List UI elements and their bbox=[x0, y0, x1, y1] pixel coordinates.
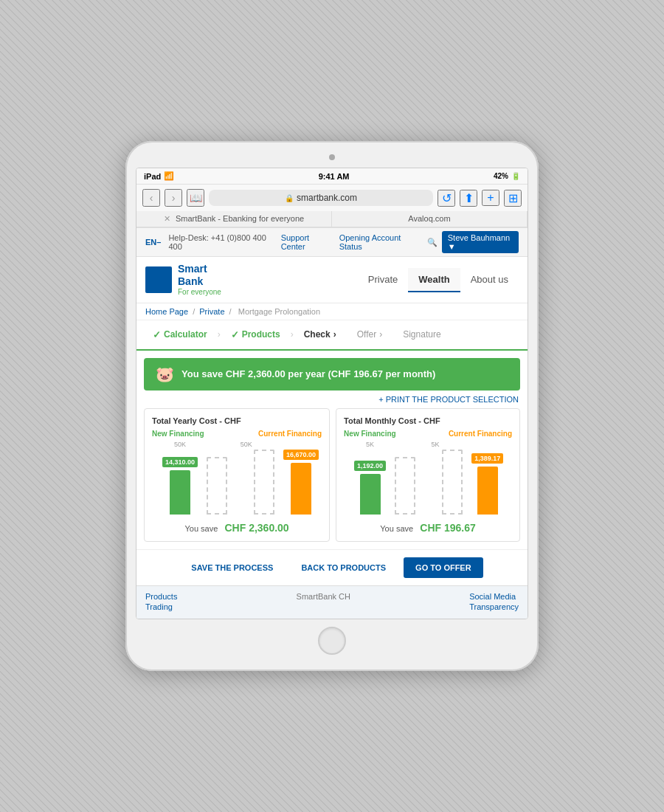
yearly-save-row: You save CHF 2,360.00 bbox=[152, 522, 322, 534]
user-menu[interactable]: Steve Bauhmann ▼ bbox=[442, 231, 519, 253]
step-label-signature: Signature bbox=[403, 329, 440, 340]
wizard-step-signature[interactable]: Signature bbox=[395, 326, 448, 343]
yearly-bar-new-outline bbox=[207, 457, 227, 515]
wizard-step-calculator[interactable]: ✓ Calculator bbox=[145, 326, 215, 343]
monthly-legend-current: Current Financing bbox=[449, 430, 512, 438]
yearly-ghost-new bbox=[207, 457, 227, 515]
step-label-check: Check bbox=[304, 329, 331, 340]
battery-label: 42% bbox=[494, 172, 508, 180]
monthly-axis-current: 5K bbox=[432, 441, 440, 448]
monthly-bar-new-outline bbox=[395, 457, 415, 515]
back-button[interactable]: ‹ bbox=[142, 189, 160, 207]
monthly-bar-new-group: 1,192.00 bbox=[354, 461, 386, 515]
tabs-button[interactable]: ⊞ bbox=[504, 190, 522, 207]
footer-col-left: Products Trading bbox=[145, 592, 177, 613]
save-process-button[interactable]: SAVE THE PROCESS bbox=[181, 557, 283, 578]
helpdesk-text: Help-Desk: +41 (0)800 400 400 bbox=[168, 233, 273, 251]
yearly-bar-new bbox=[170, 470, 190, 515]
statusbar-time: 9:41 AM bbox=[319, 172, 350, 181]
wizard-step-offer[interactable]: Offer › bbox=[350, 326, 390, 343]
forward-button[interactable]: › bbox=[165, 189, 182, 207]
url-bar[interactable]: 🔒 smartbank.com bbox=[209, 190, 433, 206]
share-button[interactable]: ⬆ bbox=[460, 190, 477, 207]
monthly-bar-current-value: 1,389.17 bbox=[471, 453, 503, 464]
yearly-ghost-current bbox=[254, 450, 274, 515]
lock-icon: 🔒 bbox=[285, 194, 294, 202]
nav-item-private[interactable]: Private bbox=[358, 268, 408, 292]
safari-tabs-row: ✕ SmartBank - Ebanking for everyone Aval… bbox=[136, 211, 528, 227]
yearly-chart-title: Total Yearly Cost - CHF bbox=[152, 416, 322, 425]
opening-link[interactable]: Opening Account Status bbox=[339, 233, 420, 251]
check-icon-calculator: ✓ bbox=[153, 329, 161, 340]
piggy-bank-icon: 🐷 bbox=[156, 365, 174, 383]
ios-statusbar: iPad 📶 9:41 AM 42% 🔋 bbox=[136, 168, 528, 185]
safari-tab-smartbank[interactable]: ✕ SmartBank - Ebanking for everyone bbox=[136, 211, 332, 227]
yearly-bar-new-value: 14,310.00 bbox=[162, 457, 198, 467]
yearly-legend-current: Current Financing bbox=[258, 430, 322, 438]
safari-tab-avaloq[interactable]: Avaloq.com bbox=[332, 211, 528, 227]
monthly-bar-current-outline bbox=[442, 450, 463, 515]
yearly-bar-current-outline bbox=[254, 450, 274, 515]
breadcrumb-home[interactable]: Home Page bbox=[145, 307, 188, 316]
savings-banner: 🐷 You save CHF 2,360.00 per year (CHF 19… bbox=[144, 358, 520, 390]
bank-tagline: For everyone bbox=[178, 288, 221, 297]
main-nav: Private Wealth About us bbox=[358, 268, 519, 292]
monthly-save-amount: CHF 196.67 bbox=[420, 522, 475, 534]
breadcrumb-private[interactable]: Private bbox=[199, 307, 224, 316]
nav-item-about[interactable]: About us bbox=[460, 268, 519, 292]
step-label-offer: Offer bbox=[357, 329, 376, 340]
support-link[interactable]: Support Center bbox=[281, 233, 332, 251]
wifi-icon: 📶 bbox=[164, 171, 174, 181]
tablet-camera bbox=[329, 154, 335, 160]
tablet-home-button[interactable] bbox=[318, 627, 346, 655]
monthly-save-row: You save CHF 196.67 bbox=[344, 522, 512, 534]
yearly-axis-current: 50K bbox=[241, 441, 252, 448]
wizard-step-products[interactable]: ✓ Products bbox=[224, 326, 288, 343]
footer-link-products[interactable]: Products bbox=[145, 592, 177, 601]
footer-link-social[interactable]: Social Media bbox=[469, 592, 519, 601]
back-to-products-button[interactable]: BACK TO PRODUCTS bbox=[291, 557, 396, 578]
reload-button[interactable]: ↺ bbox=[438, 190, 455, 207]
breadcrumb: Home Page / Private / Mortgage Prolongat… bbox=[136, 303, 528, 320]
footer-col-right: Social Media Transparency bbox=[469, 592, 519, 613]
bank-logo-icon bbox=[145, 266, 172, 293]
check-icon-products: ✓ bbox=[231, 329, 239, 340]
footer-center: SmartBank CH bbox=[297, 592, 350, 613]
monthly-chart-legend: New Financing Current Financing bbox=[344, 430, 512, 438]
site-footer: Products Trading SmartBank CH Social Med… bbox=[136, 585, 528, 619]
bookmarks-button[interactable]: 📖 bbox=[187, 189, 204, 207]
site-main-header: Smart Bank For everyone Private Wealth A… bbox=[136, 257, 528, 303]
footer-link-trading[interactable]: Trading bbox=[145, 602, 177, 611]
bank-name: Smart Bank For everyone bbox=[178, 263, 221, 297]
safari-toolbar: ‹ › 📖 🔒 smartbank.com ↺ ⬆ + ⊞ bbox=[136, 185, 528, 211]
savings-text: You save CHF 2,360.00 per year (CHF 196.… bbox=[181, 368, 435, 379]
wizard-steps: ✓ Calculator › ✓ Products › Check › Offe… bbox=[136, 320, 528, 351]
device-label: iPad bbox=[144, 172, 161, 181]
nav-item-wealth[interactable]: Wealth bbox=[408, 268, 460, 292]
search-icon[interactable]: 🔍 bbox=[427, 238, 438, 247]
monthly-bar-new bbox=[360, 474, 381, 515]
battery-icon: 🔋 bbox=[511, 172, 520, 180]
yearly-bar-current bbox=[291, 463, 311, 515]
wizard-step-check[interactable]: Check › bbox=[297, 326, 344, 343]
monthly-ghost-new bbox=[395, 457, 415, 515]
yearly-chart-legend: New Financing Current Financing bbox=[152, 430, 322, 438]
monthly-axis-new: 5K bbox=[366, 441, 374, 448]
language-selector[interactable]: EN– bbox=[145, 238, 161, 247]
bank-name-text: Smart Bank bbox=[178, 263, 221, 288]
top-nav-right: 🔍 Steve Bauhmann ▼ bbox=[427, 231, 519, 253]
safari-chrome: ‹ › 📖 🔒 smartbank.com ↺ ⬆ + ⊞ ✕ SmartBan… bbox=[136, 185, 528, 228]
yearly-chart-area: 50K 50K 14,310.00 bbox=[152, 441, 322, 515]
new-tab-button[interactable]: + bbox=[482, 190, 499, 206]
monthly-ghost-current bbox=[442, 450, 463, 515]
monthly-chart-title: Total Monthly Cost - CHF bbox=[344, 416, 512, 425]
yearly-save-amount: CHF 2,360.00 bbox=[224, 522, 288, 534]
footer-link-transparency[interactable]: Transparency bbox=[469, 602, 519, 611]
tablet-screen: iPad 📶 9:41 AM 42% 🔋 ‹ › 📖 🔒 smartbank.c… bbox=[136, 168, 528, 619]
yearly-chart-card: Total Yearly Cost - CHF New Financing Cu… bbox=[144, 408, 330, 542]
go-to-offer-button[interactable]: GO TO OFFER bbox=[404, 557, 483, 578]
print-link[interactable]: + PRINT THE PRODUCT SELECTION bbox=[136, 390, 528, 408]
monthly-chart-area: 5K 5K 1,192.00 bbox=[344, 441, 512, 515]
tab-close-icon[interactable]: ✕ bbox=[164, 214, 170, 223]
tablet-device: iPad 📶 9:41 AM 42% 🔋 ‹ › 📖 🔒 smartbank.c… bbox=[125, 141, 539, 671]
